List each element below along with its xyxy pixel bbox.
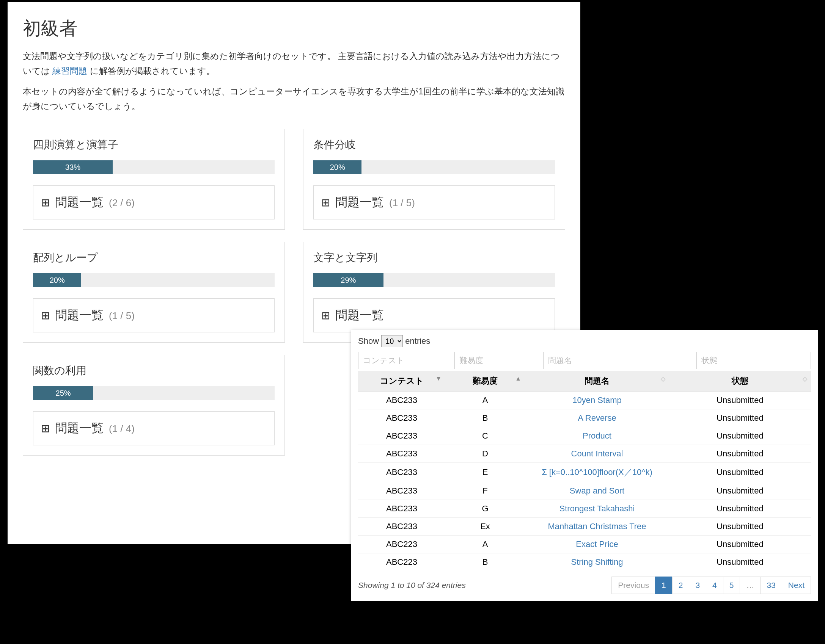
- page-button[interactable]: 33: [760, 577, 782, 594]
- cell-contest: ABC233: [358, 409, 445, 427]
- progress-fill: 25%: [33, 386, 93, 400]
- table-footer: Showing 1 to 10 of 324 entries Previous1…: [358, 577, 811, 594]
- problem-link[interactable]: Count Interval: [571, 449, 623, 458]
- cell-status: Unsubmitted: [669, 427, 811, 445]
- table-row: ABC233 B A Reverse Unsubmitted: [358, 409, 811, 427]
- problem-list-toggle[interactable]: ⊞ 問題一覧 (1 / 5): [33, 298, 275, 332]
- cell-difficulty: G: [445, 500, 525, 518]
- accordion-title: 問題一覧: [55, 420, 104, 437]
- expand-icon: ⊞: [41, 196, 50, 209]
- cell-status: Unsubmitted: [669, 409, 811, 427]
- cell-status: Unsubmitted: [669, 482, 811, 500]
- expand-icon: ⊞: [41, 309, 50, 322]
- expand-icon: ⊞: [321, 309, 330, 322]
- accordion-count: (1 / 5): [389, 197, 415, 209]
- problem-link[interactable]: Swap and Sort: [570, 486, 624, 495]
- problem-list-toggle[interactable]: ⊞ 問題一覧 (1 / 5): [313, 185, 555, 219]
- category-card: 関数の利用 25% ⊞ 問題一覧 (1 / 4): [23, 355, 285, 456]
- problem-link[interactable]: A Reverse: [578, 413, 616, 423]
- category-card: 条件分岐 20% ⊞ 問題一覧 (1 / 5): [303, 129, 565, 230]
- cell-status: Unsubmitted: [669, 392, 811, 409]
- cell-contest: ABC233: [358, 427, 445, 445]
- page-button[interactable]: 5: [723, 577, 740, 594]
- accordion-title: 問題一覧: [335, 307, 384, 324]
- cell-problem: Swap and Sort: [525, 482, 669, 500]
- length-control: Show 10 entries: [358, 335, 811, 347]
- cell-problem: 10yen Stamp: [525, 392, 669, 409]
- cell-difficulty: A: [445, 536, 525, 553]
- card-title: 四則演算と演算子: [23, 129, 284, 160]
- page-button[interactable]: 1: [655, 577, 673, 594]
- cell-contest: ABC233: [358, 500, 445, 518]
- page-button[interactable]: Next: [782, 577, 811, 594]
- th-problem[interactable]: 問題名◇: [525, 371, 669, 392]
- page-button[interactable]: 4: [706, 577, 723, 594]
- table-row: ABC233 C Product Unsubmitted: [358, 427, 811, 445]
- cell-status: Unsubmitted: [669, 518, 811, 536]
- accordion-title: 問題一覧: [335, 194, 384, 211]
- cell-status: Unsubmitted: [669, 536, 811, 553]
- sort-desc-icon: ▼: [435, 375, 442, 382]
- sort-icon: ◇: [803, 375, 807, 382]
- page-button: Previous: [611, 577, 655, 594]
- accordion-title: 問題一覧: [55, 194, 104, 211]
- length-select[interactable]: 10: [381, 335, 403, 347]
- filter-difficulty[interactable]: [454, 352, 534, 369]
- card-title: 関数の利用: [23, 355, 284, 386]
- th-status[interactable]: 状態◇: [669, 371, 811, 392]
- card-title: 文字と文字列: [303, 242, 565, 273]
- card-title: 配列とループ: [23, 242, 284, 273]
- table-row: ABC233 G Strongest Takahashi Unsubmitted: [358, 500, 811, 518]
- problem-link[interactable]: Manhattan Christmas Tree: [548, 522, 646, 531]
- progress-bar: 25%: [33, 386, 275, 400]
- filter-contest[interactable]: [358, 352, 445, 369]
- pager: Previous12345…33Next: [612, 577, 811, 594]
- cell-status: Unsubmitted: [669, 500, 811, 518]
- problem-link[interactable]: Σ [k=0..10^100]floor(X／10^k): [542, 467, 652, 477]
- accordion-count: (2 / 6): [109, 197, 135, 209]
- cell-contest: ABC233: [358, 482, 445, 500]
- category-card: 四則演算と演算子 33% ⊞ 問題一覧 (2 / 6): [23, 129, 285, 230]
- problem-list-toggle[interactable]: ⊞ 問題一覧: [313, 298, 555, 332]
- progress-fill: 29%: [313, 273, 383, 287]
- description-1-post: に解答例が掲載されています。: [90, 66, 215, 76]
- cell-status: Unsubmitted: [669, 553, 811, 571]
- progress-bar: 33%: [33, 160, 275, 174]
- cell-problem: Σ [k=0..10^100]floor(X／10^k): [525, 463, 669, 482]
- problem-link[interactable]: 10yen Stamp: [572, 395, 622, 405]
- progress-bar: 29%: [313, 273, 555, 287]
- problems-table: コンテスト▼ 難易度▲ 問題名◇ 状態◇ ABC233 A 10yen Stam…: [358, 371, 811, 571]
- table-row: ABC233 Ex Manhattan Christmas Tree Unsub…: [358, 518, 811, 536]
- sort-icon: ◇: [661, 375, 665, 382]
- problem-link[interactable]: String Shifting: [571, 557, 623, 567]
- problem-list-toggle[interactable]: ⊞ 問題一覧 (2 / 6): [33, 185, 275, 219]
- table-info: Showing 1 to 10 of 324 entries: [358, 581, 466, 590]
- card-title: 条件分岐: [303, 129, 565, 160]
- th-difficulty[interactable]: 難易度▲: [445, 371, 525, 392]
- problem-link[interactable]: Exact Price: [576, 539, 618, 549]
- cell-difficulty: B: [445, 553, 525, 571]
- filter-problem[interactable]: [543, 352, 687, 369]
- cell-difficulty: Ex: [445, 518, 525, 536]
- table-row: ABC233 D Count Interval Unsubmitted: [358, 445, 811, 463]
- practice-link[interactable]: 練習問題: [52, 66, 87, 76]
- problem-link[interactable]: Strongest Takahashi: [559, 504, 635, 513]
- length-prefix: Show: [358, 336, 379, 346]
- cell-status: Unsubmitted: [669, 445, 811, 463]
- cell-contest: ABC233: [358, 445, 445, 463]
- problem-list-toggle[interactable]: ⊞ 問題一覧 (1 / 4): [33, 411, 275, 445]
- cell-contest: ABC233: [358, 518, 445, 536]
- progress-bar: 20%: [313, 160, 555, 174]
- th-contest[interactable]: コンテスト▼: [358, 371, 445, 392]
- filter-row: [358, 352, 811, 369]
- cell-contest: ABC223: [358, 553, 445, 571]
- accordion-count: (1 / 4): [109, 423, 135, 435]
- problem-link[interactable]: Product: [583, 431, 611, 440]
- page-button[interactable]: 3: [689, 577, 706, 594]
- cell-problem: Product: [525, 427, 669, 445]
- page-button[interactable]: 2: [672, 577, 690, 594]
- cell-problem: String Shifting: [525, 553, 669, 571]
- cell-difficulty: B: [445, 409, 525, 427]
- filter-status[interactable]: [696, 352, 811, 369]
- length-suffix: entries: [405, 336, 430, 346]
